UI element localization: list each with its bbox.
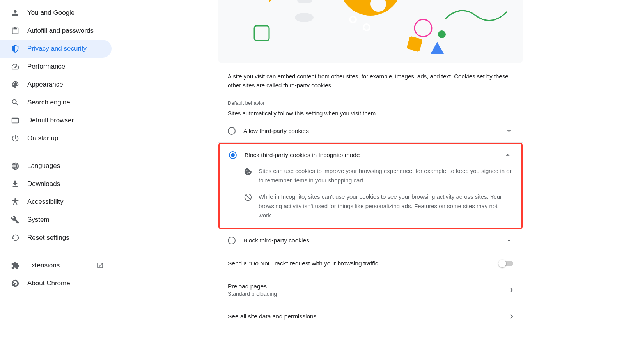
power-icon [11,134,20,143]
default-behavior-sub: Sites automatically follow this setting … [218,108,523,120]
option-allow-head[interactable]: Allow third-party cookies [218,120,523,142]
svg-rect-4 [254,26,269,41]
setting-preload[interactable]: Preload pages Standard preloading [218,275,523,305]
chrome-icon [11,279,20,288]
sidebar-item-startup[interactable]: On startup [0,129,112,147]
wrench-icon [11,216,20,224]
toggle-switch[interactable] [499,261,513,266]
sidebar-item-label: System [27,216,50,224]
search-icon [11,98,20,107]
arrow-right-icon [510,288,513,292]
sidebar-item-extensions[interactable]: Extensions [0,256,112,274]
sidebar-item-system[interactable]: System [0,211,112,229]
sidebar-item-label: Appearance [27,81,63,88]
default-behavior-label: Default behavior [218,92,523,108]
sidebar-item-default-browser[interactable]: Default browser [0,111,112,129]
option-label: Block third-party cookies in Incognito m… [245,152,503,159]
option-allow: Allow third-party cookies [218,120,523,143]
radio-icon[interactable] [229,151,237,159]
radio-icon[interactable] [228,127,236,135]
arrow-right-icon [510,314,513,319]
chevron-up-icon[interactable] [503,151,512,159]
download-icon [11,180,20,188]
option-block-head[interactable]: Block third-party cookies [218,229,523,252]
sidebar-item-label: Accessibility [27,198,64,206]
sidebar-item-label: Languages [27,162,60,170]
sidebar-item-label: About Chrome [27,279,70,287]
sidebar-item-appearance[interactable]: Appearance [0,76,112,94]
setting-title: Preload pages [228,283,510,290]
sidebar-item-search-engine[interactable]: Search engine [0,94,112,111]
accessibility-icon [11,198,20,206]
clipboard-icon [11,27,20,35]
sidebar-item-autofill[interactable]: Autofill and passwords [0,22,112,40]
setting-sub: Standard preloading [228,291,510,297]
sidebar-item-label: Reset settings [27,234,69,242]
hero-illustration [218,0,523,63]
cookie-icon [244,167,252,176]
browser-icon [11,116,20,125]
sidebar-item-downloads[interactable]: Downloads [0,175,112,193]
option-block: Block third-party cookies [218,229,523,252]
option-incognito-head[interactable]: Block third-party cookies in Incognito m… [220,144,521,166]
option-label: Allow third-party cookies [243,127,505,134]
setting-dnt[interactable]: Send a "Do Not Track" request with your … [218,252,523,275]
palette-icon [11,80,20,89]
sidebar-item-accessibility[interactable]: Accessibility [0,193,112,211]
sidebar-item-label: Autofill and passwords [27,27,94,35]
svg-rect-2 [297,0,312,3]
sidebar-item-label: Default browser [27,117,74,124]
radio-icon[interactable] [228,237,236,244]
sidebar-item-about[interactable]: About Chrome [0,274,112,292]
person-icon [11,9,20,17]
setting-title: Send a "Do Not Track" request with your … [228,260,499,267]
svg-point-0 [350,16,356,23]
extension-icon [11,261,20,270]
reset-icon [11,233,20,242]
svg-point-1 [363,24,370,30]
sidebar-item-privacy[interactable]: Privacy and security [0,40,112,58]
sidebar-item-reset[interactable]: Reset settings [0,229,112,247]
sidebar-item-label: Extensions [27,262,60,269]
sidebar-item-label: Search engine [27,99,70,106]
sidebar-item-label: You and Google [27,9,74,17]
main-content: A site you visit can embed content from … [218,0,523,364]
sidebar-item-label: Performance [27,63,65,71]
sidebar-item-label: Downloads [27,180,60,188]
setting-title: See all site data and permissions [228,313,510,320]
option-incognito: Block third-party cookies in Incognito m… [218,143,523,229]
svg-rect-7 [406,36,423,52]
option-label: Block third-party cookies [243,237,505,244]
settings-sidebar: You and Google Autofill and passwords Pr… [0,0,117,364]
external-link-icon [97,262,104,269]
sidebar-item-label: Privacy and security [27,45,87,53]
chevron-down-icon[interactable] [505,236,513,245]
sidebar-item-languages[interactable]: Languages [0,157,112,175]
intro-text: A site you visit can embed content from … [218,63,523,92]
speedometer-icon [11,62,20,71]
sidebar-item-performance[interactable]: Performance [0,58,112,76]
sidebar-item-label: On startup [27,134,58,142]
chevron-down-icon[interactable] [505,127,513,135]
svg-point-5 [415,19,432,37]
globe-icon [11,162,20,170]
divider [10,154,107,154]
detail-text: While in Incognito, sites can't use your… [259,192,512,220]
sidebar-item-you-google[interactable]: You and Google [0,4,112,22]
svg-point-6 [438,30,446,38]
svg-point-3 [295,13,314,22]
shield-icon [11,44,20,53]
detail-text: Sites can use cookies to improve your br… [259,166,512,185]
block-icon [244,193,252,201]
setting-site-data[interactable]: See all site data and permissions [218,305,523,328]
divider [10,253,107,253]
